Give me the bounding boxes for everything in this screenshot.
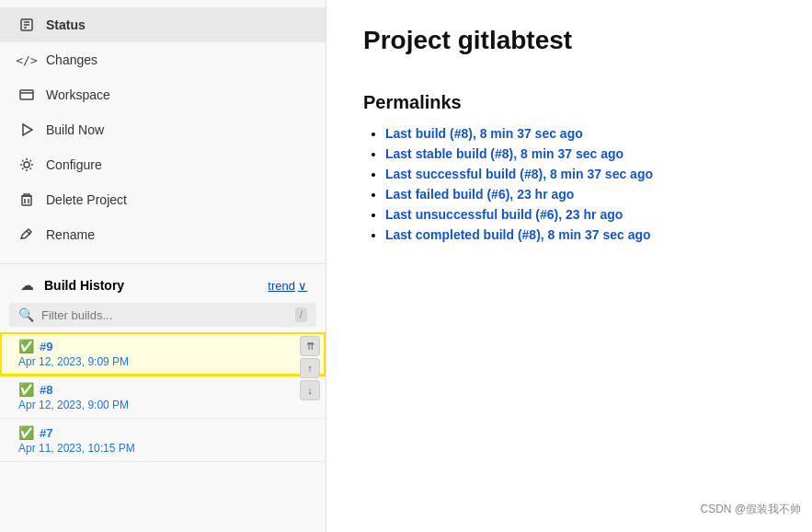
build-date: Apr 12, 2023, 9:00 PM (18, 399, 307, 411)
build-date: Apr 11, 2023, 10:15 PM (18, 442, 307, 455)
build-item-build-9[interactable]: ✅#9Apr 12, 2023, 9:09 PM (0, 332, 326, 376)
scroll-top-button[interactable]: ⇈ (300, 336, 320, 356)
permalink-link-last-failed[interactable]: Last failed build (#6), 23 hr ago (385, 187, 574, 202)
build-number: ✅#9 (18, 339, 307, 353)
build-item-build-8[interactable]: ✅#8Apr 12, 2023, 9:00 PM (0, 376, 326, 419)
build-status-icon: ✅ (18, 425, 34, 440)
configure-icon (18, 156, 35, 173)
build-history-label: Build History (44, 278, 124, 293)
sidebar-item-configure[interactable]: Configure (0, 147, 326, 182)
sidebar-item-delete-project[interactable]: Delete Project (0, 182, 326, 217)
rename-icon (18, 226, 35, 243)
permalink-item-last-completed: Last completed build (#8), 8 min 37 sec … (385, 227, 775, 242)
permalink-item-last-successful: Last successful build (#8), 8 min 37 sec… (385, 167, 775, 181)
workspace-icon (18, 87, 35, 103)
build-history-header: ☁ Build History trend ∨ (0, 268, 326, 303)
build-history-section: ☁ Build History trend ∨ 🔍 / ✅#9Apr 12, 2… (0, 263, 326, 532)
watermark: CSDN @假装我不帅 (700, 502, 801, 517)
sidebar-item-status[interactable]: Status (0, 7, 326, 42)
svg-rect-8 (22, 196, 31, 205)
search-icon: 🔍 (18, 307, 34, 322)
build-item-build-7[interactable]: ✅#7Apr 11, 2023, 10:15 PM (0, 419, 326, 462)
permalink-item-last-build: Last build (#8), 8 min 37 sec ago (385, 126, 775, 141)
sidebar-item-build-now[interactable]: Build Now (0, 112, 326, 147)
sidebar: Status</>ChangesWorkspaceBuild NowConfig… (0, 0, 326, 532)
sidebar-item-rename[interactable]: Rename (0, 217, 326, 252)
changes-icon: </> (18, 52, 35, 68)
sidebar-item-label-changes: Changes (46, 52, 97, 67)
sidebar-item-label-build-now: Build Now (46, 122, 104, 137)
sidebar-item-changes[interactable]: </>Changes (0, 42, 326, 77)
filter-input[interactable] (41, 308, 288, 322)
permalink-link-last-completed[interactable]: Last completed build (#8), 8 min 37 sec … (385, 227, 651, 242)
scroll-up-button[interactable]: ↑ (300, 358, 320, 378)
svg-rect-4 (20, 90, 33, 99)
project-title: Project gitlabtest (363, 26, 775, 55)
sidebar-item-label-workspace: Workspace (46, 87, 110, 102)
svg-point-7 (24, 162, 29, 168)
chevron-down-icon: ∨ (298, 279, 307, 293)
scroll-controls: ⇈ ↑ ↓ (300, 336, 320, 400)
filter-bar: 🔍 / (9, 303, 316, 327)
sidebar-item-label-delete-project: Delete Project (46, 192, 127, 207)
build-now-icon (18, 121, 35, 138)
sidebar-item-label-status: Status (46, 17, 86, 32)
cloud-icon: ☁ (18, 277, 35, 294)
sidebar-item-label-configure: Configure (46, 157, 102, 172)
build-number: ✅#8 (18, 382, 307, 397)
sidebar-item-label-rename: Rename (46, 227, 95, 242)
permalink-item-last-failed: Last failed build (#6), 23 hr ago (385, 187, 775, 202)
permalink-link-last-stable[interactable]: Last stable build (#8), 8 min 37 sec ago (385, 146, 623, 161)
permalink-item-last-unsuccessful: Last unsuccessful build (#6), 23 hr ago (385, 207, 775, 222)
build-number: ✅#7 (18, 425, 307, 440)
status-icon (18, 17, 35, 33)
filter-shortcut: / (295, 307, 307, 322)
build-status-icon: ✅ (18, 339, 34, 353)
permalink-link-last-successful[interactable]: Last successful build (#8), 8 min 37 sec… (385, 167, 653, 181)
build-history-title: ☁ Build History (18, 277, 257, 294)
delete-project-icon (18, 191, 35, 208)
scroll-down-button[interactable]: ↓ (300, 380, 320, 400)
trend-label: trend (268, 279, 295, 293)
build-list: ✅#9Apr 12, 2023, 9:09 PM✅#8Apr 12, 2023,… (0, 332, 326, 532)
permalink-link-last-build[interactable]: Last build (#8), 8 min 37 sec ago (385, 126, 583, 141)
sidebar-nav: Status</>ChangesWorkspaceBuild NowConfig… (0, 0, 326, 260)
svg-marker-6 (23, 124, 32, 135)
permalink-item-last-stable: Last stable build (#8), 8 min 37 sec ago (385, 146, 775, 161)
sidebar-item-workspace[interactable]: Workspace (0, 77, 326, 112)
permalink-link-last-unsuccessful[interactable]: Last unsuccessful build (#6), 23 hr ago (385, 207, 623, 222)
trend-link[interactable]: trend ∨ (268, 279, 307, 293)
build-date: Apr 12, 2023, 9:09 PM (18, 355, 307, 368)
permalink-list: Last build (#8), 8 min 37 sec agoLast st… (363, 126, 775, 242)
permalinks-title: Permalinks (363, 92, 775, 113)
main-content: Project gitlabtest Permalinks Last build… (326, 0, 812, 532)
build-status-icon: ✅ (18, 382, 34, 397)
